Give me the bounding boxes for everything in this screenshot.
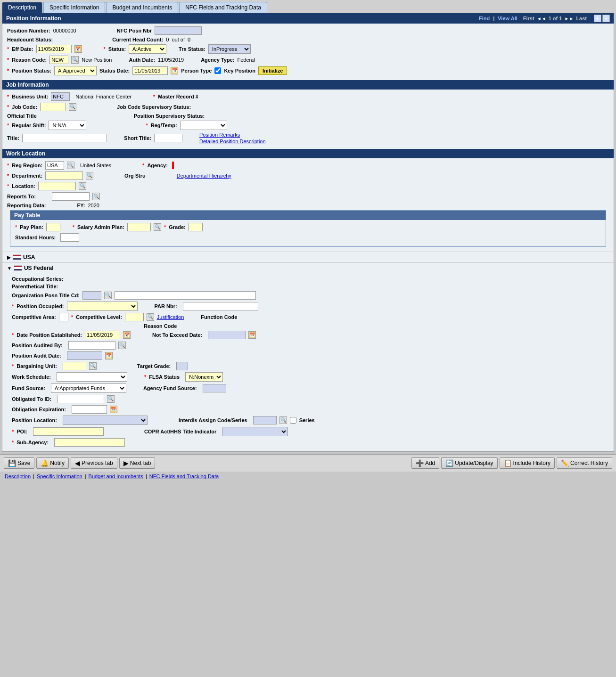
- us-federal-collapsible-row[interactable]: US Federal: [2, 262, 614, 273]
- not-exceed-cal-icon[interactable]: 📅: [248, 331, 256, 339]
- competitive-level-input[interactable]: [125, 313, 144, 321]
- work-schedule-select[interactable]: [57, 372, 127, 382]
- status-date-label: Status Date:: [99, 68, 130, 73]
- update-display-button[interactable]: 🔄 Update/Display: [441, 457, 497, 469]
- reg-region-search-icon[interactable]: 🔍: [67, 162, 74, 169]
- department-search-icon[interactable]: 🔍: [86, 172, 93, 179]
- reports-to-input[interactable]: [52, 192, 90, 201]
- poi-input[interactable]: [33, 427, 104, 436]
- position-remarks-link[interactable]: Position Remarks: [199, 132, 266, 138]
- position-audited-by-input[interactable]: [68, 341, 115, 350]
- grade-input[interactable]: [189, 223, 203, 231]
- competitive-area-input[interactable]: [59, 313, 68, 321]
- previous-tab-button[interactable]: ◀ Previous tab: [71, 457, 117, 469]
- audit-date-cal-icon[interactable]: 📅: [105, 352, 113, 359]
- org-posn-title-cd-input[interactable]: [82, 291, 101, 300]
- agency-fund-source-input[interactable]: [203, 384, 226, 392]
- usa-collapsible-row[interactable]: USA: [2, 252, 614, 262]
- footer-specific-info-link[interactable]: Specific Information: [37, 473, 82, 479]
- save-button[interactable]: 💾 Save: [4, 457, 34, 469]
- tab-description[interactable]: Description: [2, 2, 42, 13]
- competitive-level-search-icon[interactable]: 🔍: [147, 313, 154, 321]
- tab-nfc-fields[interactable]: NFC Fields and Tracking Data: [179, 2, 267, 13]
- collapse-btn[interactable]: -: [602, 15, 610, 22]
- find-link[interactable]: Find: [479, 16, 490, 21]
- expand-btn[interactable]: +: [594, 15, 601, 22]
- regular-shift-select[interactable]: N:N/A: [49, 121, 86, 130]
- nfc-posn-nbr-input[interactable]: [155, 26, 202, 35]
- position-location-select[interactable]: [63, 416, 148, 425]
- bargaining-unit-input[interactable]: [63, 362, 86, 370]
- par-nbr-input[interactable]: [183, 302, 258, 310]
- grade-label: Grade:: [169, 224, 185, 230]
- obligation-cal-icon[interactable]: 📅: [110, 406, 117, 413]
- not-to-exceed-date-input[interactable]: [208, 331, 246, 339]
- interdis-search-icon[interactable]: 🔍: [279, 416, 287, 424]
- position-audited-search-icon[interactable]: 🔍: [118, 342, 126, 349]
- series-checkbox[interactable]: [290, 417, 296, 424]
- key-position-checkbox[interactable]: [214, 67, 221, 74]
- status-date-cal-icon[interactable]: 📅: [171, 67, 178, 74]
- obligation-expiration-input[interactable]: [72, 405, 107, 414]
- last-nav-btn[interactable]: ►►: [565, 15, 573, 22]
- interdis-input[interactable]: [253, 416, 277, 424]
- business-unit-input[interactable]: [51, 92, 70, 101]
- flsa-status-select[interactable]: N:Nonexmp: [185, 372, 223, 382]
- footer-budget-link[interactable]: Budget and Incumbents: [89, 473, 143, 479]
- status-select[interactable]: A:Active: [129, 44, 166, 54]
- standard-hours-input[interactable]: [60, 233, 79, 242]
- copr-select[interactable]: [222, 427, 288, 436]
- trx-status-select[interactable]: InProgress: [208, 44, 251, 54]
- position-status-select[interactable]: A:Approved: [54, 66, 97, 75]
- reason-code-search-icon[interactable]: 🔍: [71, 56, 79, 64]
- date-pos-est-cal-icon[interactable]: 📅: [123, 331, 131, 339]
- reason-code-input[interactable]: [49, 56, 68, 64]
- prev-tab-icon: ◀: [75, 459, 80, 467]
- sub-agency-input[interactable]: [54, 438, 125, 447]
- notify-button[interactable]: 🔔 Notify: [36, 457, 69, 469]
- justification-link[interactable]: Justification: [157, 314, 184, 320]
- job-code-input[interactable]: [40, 103, 66, 111]
- include-history-button[interactable]: 📋 Include History: [500, 457, 555, 469]
- job-code-search-icon[interactable]: 🔍: [69, 103, 76, 111]
- salary-admin-search-icon[interactable]: 🔍: [154, 223, 161, 231]
- fund-source-select[interactable]: A:Appropriated Funds: [51, 383, 126, 393]
- tab-budget[interactable]: Budget and Incumbents: [106, 2, 178, 13]
- footer-description-link[interactable]: Description: [5, 473, 31, 479]
- correct-history-button[interactable]: ✏️ Correct History: [557, 457, 612, 469]
- eff-date-cal-icon[interactable]: 📅: [74, 45, 82, 53]
- title-input[interactable]: [22, 134, 107, 142]
- bargaining-unit-search-icon[interactable]: 🔍: [89, 362, 97, 370]
- obligated-to-id-search-icon[interactable]: 🔍: [107, 395, 115, 403]
- salary-admin-plan-input[interactable]: [127, 223, 151, 231]
- position-occupied-select[interactable]: [67, 302, 138, 311]
- initialize-button[interactable]: Initialize: [258, 66, 287, 75]
- view-all-link[interactable]: View All: [498, 16, 517, 21]
- date-position-established-input[interactable]: [85, 331, 120, 339]
- eff-date-input[interactable]: [36, 45, 72, 53]
- reports-to-search-icon[interactable]: 🔍: [92, 193, 100, 200]
- reg-temp-select[interactable]: [180, 121, 227, 130]
- org-posn-title-search-icon[interactable]: 🔍: [104, 292, 112, 299]
- next-tab-button[interactable]: ▶ Next tab: [119, 457, 156, 469]
- location-search-icon[interactable]: 🔍: [79, 182, 86, 190]
- short-title-input[interactable]: [154, 134, 182, 142]
- usa-label: USA: [23, 254, 35, 261]
- department-input[interactable]: [45, 171, 83, 180]
- title-label: Title:: [7, 135, 19, 141]
- location-input[interactable]: [38, 182, 76, 190]
- add-button[interactable]: ➕ Add: [411, 457, 439, 469]
- tab-specific-info[interactable]: Specific Information: [43, 2, 105, 13]
- eff-date-label: Eff Date:: [12, 46, 33, 52]
- footer-nfc-fields-link[interactable]: NFC Fields and Tracking Data: [149, 473, 219, 479]
- position-audit-date-input[interactable]: [67, 351, 102, 360]
- org-posn-title-cd-desc[interactable]: [115, 291, 256, 300]
- reg-region-input[interactable]: [45, 161, 64, 170]
- departmental-hierarchy-link[interactable]: Departmental Hierarchy: [177, 173, 231, 179]
- first-nav-btn[interactable]: ◄◄: [538, 15, 545, 22]
- status-date-input[interactable]: [132, 66, 168, 75]
- detailed-position-desc-link[interactable]: Detailed Position Description: [199, 139, 266, 144]
- obligated-to-id-input[interactable]: [57, 395, 104, 403]
- pay-plan-input[interactable]: [46, 223, 60, 231]
- target-grade-input[interactable]: [176, 362, 188, 370]
